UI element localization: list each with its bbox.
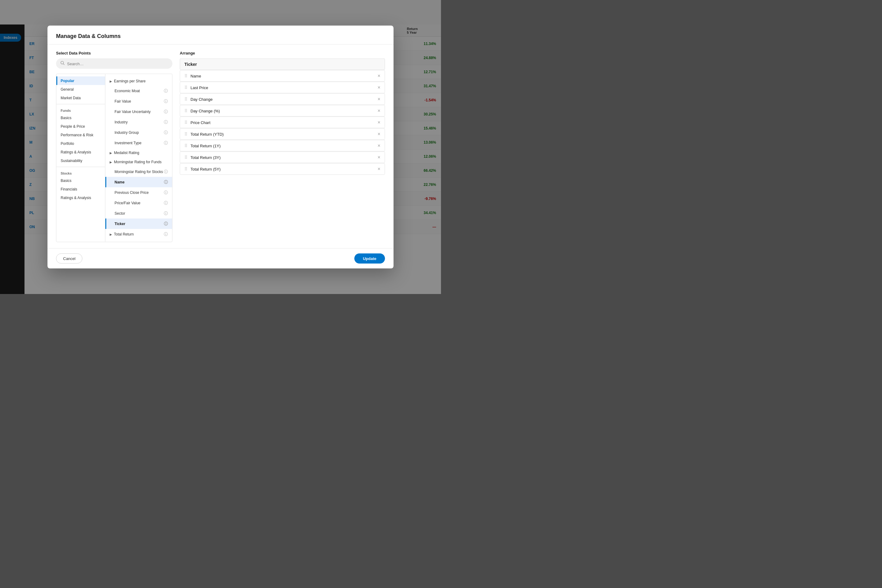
arrange-list: Ticker⠿Name×⠿Last Price×⠿Day Change×⠿Day…	[180, 58, 385, 242]
remove-button[interactable]: ×	[378, 74, 380, 78]
arrange-item: ⠿Last Price×	[180, 82, 385, 93]
arrange-item: ⠿Total Return (5Y)×	[180, 163, 385, 175]
funds-category-item[interactable]: Ratings & Analysis	[56, 148, 105, 156]
data-point-item[interactable]: ▶Earnings per Share	[105, 76, 172, 86]
data-point-item[interactable]: Price/Fair Valueⓘ	[105, 198, 172, 208]
data-point-item[interactable]: Previous Close Priceⓘ	[105, 188, 172, 198]
drag-handle-icon[interactable]: ⠿	[184, 97, 188, 102]
expand-arrow-icon: ▶	[110, 232, 112, 236]
modal-footer: Cancel Update	[48, 248, 393, 268]
arrange-item-label: Total Return (1Y)	[190, 143, 220, 148]
remove-button[interactable]: ×	[378, 155, 380, 160]
remove-button[interactable]: ×	[378, 166, 380, 171]
arrange-item: ⠿Total Return (3Y)×	[180, 152, 385, 163]
modal-body: Select Data Points Popular General Marke…	[48, 45, 393, 248]
arrange-item: ⠿Day Change (%)×	[180, 105, 385, 117]
info-icon[interactable]: ⓘ	[164, 169, 168, 175]
search-box	[56, 58, 172, 69]
arrange-item-label: Day Change (%)	[190, 108, 220, 113]
info-icon[interactable]: ⓘ	[164, 99, 168, 104]
drag-handle-icon[interactable]: ⠿	[184, 108, 188, 113]
right-panel: Arrange Ticker⠿Name×⠿Last Price×⠿Day Cha…	[180, 51, 385, 242]
drag-handle-icon[interactable]: ⠿	[184, 132, 188, 136]
funds-category-item[interactable]: People & Price	[56, 122, 105, 131]
left-panel: Select Data Points Popular General Marke…	[56, 51, 172, 242]
data-point-item[interactable]: ▶Total Returnⓘ	[105, 229, 172, 240]
search-icon	[60, 61, 64, 66]
funds-category-item[interactable]: Basics	[56, 114, 105, 122]
arrange-item-label: Total Return (3Y)	[190, 155, 220, 159]
stocks-category-item[interactable]: Financials	[56, 185, 105, 194]
popular-item[interactable]: Popular	[56, 76, 105, 85]
expand-arrow-icon: ▶	[110, 80, 112, 82]
remove-button[interactable]: ×	[378, 108, 380, 113]
info-icon[interactable]: ⓘ	[164, 180, 168, 185]
data-point-item[interactable]: Morningstar Rating for Stocksⓘ	[105, 166, 172, 177]
info-icon[interactable]: ⓘ	[164, 119, 168, 125]
data-point-item[interactable]: Tickerⓘ	[105, 219, 172, 229]
info-icon[interactable]: ⓘ	[164, 109, 168, 114]
update-button[interactable]: Update	[354, 254, 385, 264]
funds-section: Funds	[56, 106, 105, 114]
arrange-item: ⠿Name×	[180, 70, 385, 82]
drag-handle-icon[interactable]: ⠿	[184, 143, 188, 148]
arrange-item: ⠿Price Chart×	[180, 117, 385, 128]
arrange-item: ⠿Total Return (1Y)×	[180, 140, 385, 152]
data-point-item[interactable]: Economic Moatⓘ	[105, 86, 172, 96]
drag-handle-icon[interactable]: ⠿	[184, 74, 188, 78]
cancel-button[interactable]: Cancel	[56, 254, 82, 264]
data-point-item[interactable]: Industry Groupⓘ	[105, 128, 172, 138]
stocks-category-item[interactable]: Ratings & Analysis	[56, 194, 105, 202]
arrange-item-label: Ticker	[184, 62, 197, 67]
info-icon[interactable]: ⓘ	[164, 140, 168, 146]
select-data-label: Select Data Points	[56, 51, 172, 56]
data-points-list: ▶Earnings per ShareEconomic MoatⓘFair Va…	[105, 74, 172, 242]
category-tree: Popular General Market Data Funds Basics…	[56, 74, 105, 242]
data-point-item[interactable]: Industryⓘ	[105, 117, 172, 128]
drag-handle-icon[interactable]: ⠿	[184, 85, 188, 90]
stocks-category-item[interactable]: Basics	[56, 176, 105, 185]
info-icon[interactable]: ⓘ	[164, 190, 168, 195]
remove-button[interactable]: ×	[378, 85, 380, 90]
arrange-item-label: Price Chart	[190, 120, 210, 124]
expand-arrow-icon: ▶	[110, 160, 112, 164]
drag-handle-icon[interactable]: ⠿	[184, 120, 188, 125]
remove-button[interactable]: ×	[378, 132, 380, 136]
modal: Manage Data & Columns Select Data Points…	[48, 26, 393, 268]
data-point-item[interactable]: Fair Value Uncertaintyⓘ	[105, 106, 172, 117]
arrange-item: Ticker	[180, 58, 385, 70]
funds-category-item[interactable]: Sustainability	[56, 156, 105, 165]
data-point-item[interactable]: Investment Typeⓘ	[105, 138, 172, 148]
info-icon[interactable]: ⓘ	[164, 88, 168, 94]
data-point-item[interactable]: Fair Valueⓘ	[105, 96, 172, 106]
funds-category-item[interactable]: Performance & Risk	[56, 131, 105, 140]
info-icon[interactable]: ⓘ	[164, 211, 168, 216]
remove-button[interactable]: ×	[378, 143, 380, 148]
data-point-item[interactable]: Sectorⓘ	[105, 208, 172, 219]
remove-button[interactable]: ×	[378, 120, 380, 125]
arrange-item-label: Total Return (YTD)	[190, 132, 224, 136]
arrange-item-label: Day Change	[190, 97, 213, 101]
remove-button[interactable]: ×	[378, 97, 380, 102]
data-point-item[interactable]: ▶Medalist Rating	[105, 148, 172, 158]
info-icon[interactable]: ⓘ	[164, 130, 168, 135]
market-data-item[interactable]: Market Data	[56, 94, 105, 102]
arrange-item-label: Name	[190, 74, 201, 78]
search-input[interactable]	[67, 61, 168, 66]
svg-line-1	[63, 64, 64, 65]
arrange-item: ⠿Day Change×	[180, 93, 385, 105]
drag-handle-icon[interactable]: ⠿	[184, 155, 188, 160]
expand-arrow-icon: ▶	[110, 151, 112, 154]
info-icon[interactable]: ⓘ	[164, 200, 168, 206]
arrange-item-label: Total Return (5Y)	[190, 166, 220, 171]
arrange-item-label: Last Price	[190, 85, 208, 90]
info-icon[interactable]: ⓘ	[164, 221, 168, 226]
data-point-item[interactable]: ▶Morningstar Rating for Funds	[105, 158, 172, 166]
categories-panel: Popular General Market Data Funds Basics…	[56, 74, 172, 242]
data-point-item[interactable]: Nameⓘ	[105, 177, 172, 188]
general-item[interactable]: General	[56, 85, 105, 94]
drag-handle-icon[interactable]: ⠿	[184, 166, 188, 171]
funds-category-item[interactable]: Portfolio	[56, 140, 105, 148]
info-icon[interactable]: ⓘ	[164, 231, 168, 237]
arrange-label: Arrange	[180, 51, 385, 56]
